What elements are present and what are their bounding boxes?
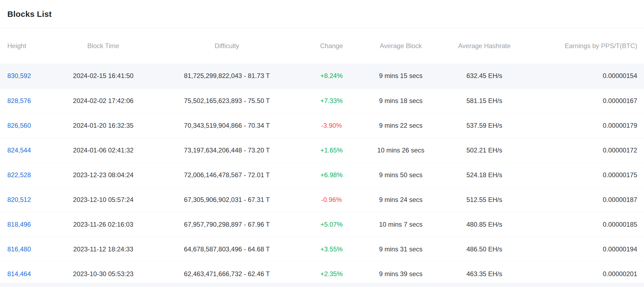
- table-row: 818,4962023-11-26 02:16:0367,957,790,298…: [0, 212, 644, 237]
- cell-difficulty: 81,725,299,822,043 - 81.73 T: [160, 64, 293, 88]
- cell-avg_hashrate: 480.85 EH/s: [432, 212, 537, 237]
- cell-block_time: 2024-02-15 16:41:50: [46, 64, 160, 88]
- cell-earnings: 0.00000187: [537, 187, 644, 212]
- cell-height: 816,480: [0, 237, 46, 261]
- change-value: +1.65%: [320, 146, 343, 154]
- block-height-link[interactable]: 830,592: [7, 72, 31, 79]
- cell-earnings: 0.00000179: [537, 113, 644, 138]
- blocks-list-card: Blocks List HeightBlock TimeDifficultyCh…: [0, 0, 644, 283]
- cell-earnings: 0.00000167: [537, 88, 644, 113]
- cell-height: 824,544: [0, 138, 46, 163]
- cell-earnings: 0.00000172: [537, 138, 644, 163]
- cell-height: 822,528: [0, 163, 46, 187]
- column-header-earnings: Earnings by PPS/T(BTC): [537, 28, 644, 64]
- cell-avg_hashrate: 512.55 EH/s: [432, 187, 537, 212]
- cell-block_time: 2023-12-10 05:57:24: [46, 187, 160, 212]
- table-header: HeightBlock TimeDifficultyChangeAverage …: [0, 28, 644, 64]
- cell-difficulty: 72,006,146,478,567 - 72.01 T: [160, 163, 293, 187]
- block-height-link[interactable]: 826,560: [7, 122, 31, 129]
- cell-avg_hashrate: 581.15 EH/s: [432, 88, 537, 113]
- column-header-block_time: Block Time: [46, 28, 160, 64]
- table-row: 830,5922024-02-15 16:41:5081,725,299,822…: [0, 64, 644, 88]
- column-header-avg_hashrate: Average Hashrate: [432, 28, 537, 64]
- cell-difficulty: 75,502,165,623,893 - 75.50 T: [160, 88, 293, 113]
- cell-height: 830,592: [0, 64, 46, 88]
- block-height-link[interactable]: 824,544: [7, 146, 31, 154]
- change-value: +7.33%: [320, 97, 343, 104]
- cell-avg_block: 9 mins 50 secs: [370, 163, 432, 187]
- cell-change: -0.96%: [293, 187, 370, 212]
- cell-earnings: 0.00000185: [537, 212, 644, 237]
- table-body: 830,5922024-02-15 16:41:5081,725,299,822…: [0, 64, 644, 283]
- cell-block_time: 2023-10-30 05:53:23: [46, 261, 160, 283]
- table-row: 816,4802023-11-12 18:24:3364,678,587,803…: [0, 237, 644, 261]
- cell-difficulty: 67,957,790,298,897 - 67.96 T: [160, 212, 293, 237]
- cell-block_time: 2024-02-02 17:42:06: [46, 88, 160, 113]
- change-value: +2.35%: [320, 270, 343, 277]
- table-row: 824,5442024-01-06 02:41:3273,197,634,206…: [0, 138, 644, 163]
- cell-avg_block: 9 mins 15 secs: [370, 64, 432, 88]
- cell-earnings: 0.00000201: [537, 261, 644, 283]
- table-row: 822,5282023-12-23 08:04:2472,006,146,478…: [0, 163, 644, 187]
- cell-avg_hashrate: 486.50 EH/s: [432, 237, 537, 261]
- cell-change: +2.35%: [293, 261, 370, 283]
- cell-avg_block: 10 mins 7 secs: [370, 212, 432, 237]
- cell-height: 826,560: [0, 113, 46, 138]
- cell-block_time: 2024-01-06 02:41:32: [46, 138, 160, 163]
- column-header-difficulty: Difficulty: [160, 28, 293, 64]
- cell-height: 828,576: [0, 88, 46, 113]
- column-header-change: Change: [293, 28, 370, 64]
- blocks-table: HeightBlock TimeDifficultyChangeAverage …: [0, 28, 644, 283]
- block-height-link[interactable]: 820,512: [7, 196, 31, 203]
- change-value: +3.55%: [320, 245, 343, 253]
- cell-block_time: 2023-12-23 08:04:24: [46, 163, 160, 187]
- block-height-link[interactable]: 818,496: [7, 221, 31, 228]
- cell-change: +6.98%: [293, 163, 370, 187]
- cell-change: +8.24%: [293, 64, 370, 88]
- table-header-row: HeightBlock TimeDifficultyChangeAverage …: [0, 28, 644, 64]
- cell-change: +5.07%: [293, 212, 370, 237]
- cell-difficulty: 62,463,471,666,732 - 62.46 T: [160, 261, 293, 283]
- change-value: +6.98%: [320, 171, 343, 179]
- cell-avg_hashrate: 537.59 EH/s: [432, 113, 537, 138]
- cell-change: +3.55%: [293, 237, 370, 261]
- cell-earnings: 0.00000194: [537, 237, 644, 261]
- page-title: Blocks List: [7, 10, 52, 19]
- table-row: 814,4642023-10-30 05:53:2362,463,471,666…: [0, 261, 644, 283]
- cell-avg_hashrate: 632.45 EH/s: [432, 64, 537, 88]
- cell-change: -3.90%: [293, 113, 370, 138]
- cell-difficulty: 73,197,634,206,448 - 73.20 T: [160, 138, 293, 163]
- cell-avg_hashrate: 524.18 EH/s: [432, 163, 537, 187]
- table-row: 828,5762024-02-02 17:42:0675,502,165,623…: [0, 88, 644, 113]
- cell-difficulty: 70,343,519,904,866 - 70.34 T: [160, 113, 293, 138]
- cell-avg_block: 9 mins 22 secs: [370, 113, 432, 138]
- cell-height: 818,496: [0, 212, 46, 237]
- cell-block_time: 2024-01-20 16:32:35: [46, 113, 160, 138]
- cell-difficulty: 64,678,587,803,496 - 64.68 T: [160, 237, 293, 261]
- cell-difficulty: 67,305,906,902,031 - 67.31 T: [160, 187, 293, 212]
- cell-avg_block: 9 mins 39 secs: [370, 261, 432, 283]
- cell-avg_hashrate: 502.21 EH/s: [432, 138, 537, 163]
- cell-avg_block: 9 mins 18 secs: [370, 88, 432, 113]
- table-row: 826,5602024-01-20 16:32:3570,343,519,904…: [0, 113, 644, 138]
- cell-avg_hashrate: 463.35 EH/s: [432, 261, 537, 283]
- cell-earnings: 0.00000175: [537, 163, 644, 187]
- cell-change: +1.65%: [293, 138, 370, 163]
- block-height-link[interactable]: 814,464: [7, 270, 31, 277]
- column-header-avg_block: Average Block: [370, 28, 432, 64]
- card-header: Blocks List: [0, 0, 644, 28]
- cell-height: 814,464: [0, 261, 46, 283]
- cell-height: 820,512: [0, 187, 46, 212]
- block-height-link[interactable]: 828,576: [7, 97, 31, 104]
- cell-change: +7.33%: [293, 88, 370, 113]
- table-row: 820,5122023-12-10 05:57:2467,305,906,902…: [0, 187, 644, 212]
- change-value: +8.24%: [320, 72, 343, 79]
- block-height-link[interactable]: 822,528: [7, 171, 31, 179]
- change-value: -3.90%: [321, 122, 342, 129]
- block-height-link[interactable]: 816,480: [7, 245, 31, 253]
- change-value: +5.07%: [320, 221, 343, 228]
- cell-avg_block: 9 mins 31 secs: [370, 237, 432, 261]
- column-header-height: Height: [0, 28, 46, 64]
- cell-block_time: 2023-11-12 18:24:33: [46, 237, 160, 261]
- cell-avg_block: 9 mins 24 secs: [370, 187, 432, 212]
